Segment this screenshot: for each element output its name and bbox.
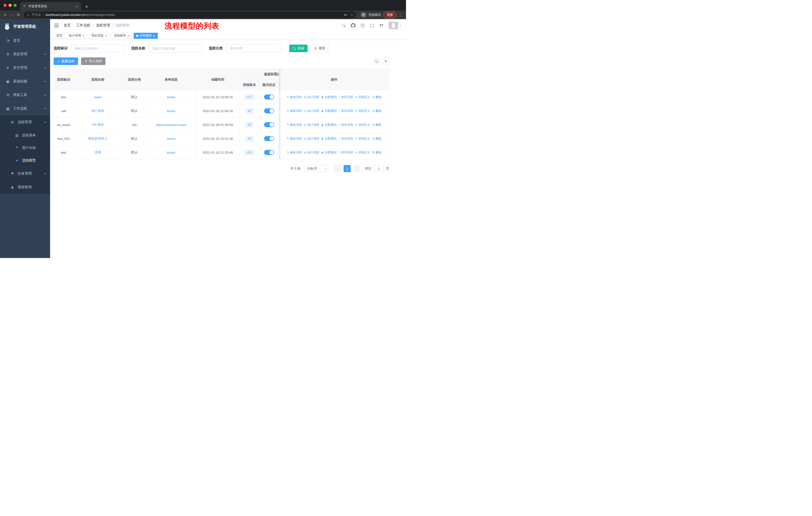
action-publish-link[interactable]: ☝发布流程 (339, 151, 353, 154)
minimize-window-button[interactable] (8, 4, 11, 7)
goto-page-input[interactable] (374, 165, 384, 172)
sidebar-item-infra[interactable]: ▣ 基础设施 ❯ (0, 75, 50, 88)
url-bar[interactable]: ⚠ 不安全 dashboard.yudao.iocoder.cn/bpm/man… (24, 11, 356, 18)
tag-tenant[interactable]: 租户管理× (66, 33, 87, 39)
action-definition-link[interactable]: ⚭流程定义 (355, 109, 370, 113)
sidebar-item-leave-query[interactable]: ♟ 请假查询 (0, 181, 50, 194)
new-tab-button[interactable]: + (83, 3, 90, 10)
back-button[interactable]: ← (2, 11, 8, 18)
action-edit-link[interactable]: ✎修改流程 (287, 95, 302, 99)
action-delete-link[interactable]: ☒删除 (372, 137, 382, 140)
sidebar-item-devtools[interactable]: ⚒ 研发工具 ❯ (0, 88, 50, 102)
breadcrumb-home[interactable]: 首页 (64, 23, 71, 28)
tag-home[interactable]: 首页 (54, 33, 65, 39)
sidebar-item-payment[interactable]: ¥ 支付管理 ❯ (0, 61, 50, 75)
action-edit-link[interactable]: ✎修改流程 (287, 151, 302, 154)
close-icon[interactable]: × (153, 34, 155, 37)
action-design-link[interactable]: ◎设计流程 (304, 95, 319, 99)
password-key-icon[interactable] (344, 13, 348, 17)
close-icon[interactable]: × (127, 34, 129, 37)
active-toggle[interactable] (264, 94, 274, 100)
sidebar-item-process-form[interactable]: ▤ 流程表单 (0, 129, 50, 142)
active-toggle[interactable] (264, 108, 274, 113)
sidebar-item-user-group[interactable]: ❞ 用户分组 (0, 142, 50, 154)
current-page-button[interactable]: 1 (344, 165, 351, 172)
sidebar-item-task-mgmt[interactable]: ⚑ 任务管理 ❯ (0, 167, 50, 181)
process-name-link[interactable]: eeee (94, 95, 102, 99)
tag-process-model[interactable]: 流程模型× (134, 33, 158, 39)
sidebar-item-process-model[interactable]: ➤ 流程模型 (0, 154, 50, 167)
process-name-link[interactable]: 滔博 (95, 151, 101, 154)
form-link[interactable]: /bpm/oa/leave/create (156, 123, 186, 127)
import-process-button[interactable]: ↥ 导入流程 (81, 57, 106, 65)
bookmark-star-icon[interactable]: ☆ (350, 13, 353, 17)
browser-tab[interactable]: 芋道管理系统 × (20, 2, 81, 10)
action-delete-link[interactable]: ☒删除 (372, 123, 382, 127)
action-edit-link[interactable]: ✎修改流程 (287, 109, 302, 113)
action-assign-link[interactable]: ♟分配规则 (321, 95, 337, 99)
category-select[interactable]: 流程分类 ▾ (226, 44, 284, 52)
forward-button[interactable]: → (8, 11, 15, 18)
action-publish-link[interactable]: ☝发布流程 (339, 95, 353, 99)
sidebar-collapse-button[interactable] (54, 24, 59, 27)
action-definition-link[interactable]: ⚭流程定义 (355, 123, 370, 127)
form-link[interactable]: biubiu (167, 137, 176, 141)
action-definition-link[interactable]: ⚭流程定义 (355, 95, 370, 99)
fullscreen-icon[interactable] (370, 23, 374, 28)
prev-page-button[interactable]: ‹ (334, 165, 341, 172)
maximize-window-button[interactable] (13, 4, 17, 7)
browser-menu-icon[interactable]: ⋮ (399, 12, 402, 17)
close-icon[interactable]: × (105, 34, 107, 37)
reload-button[interactable]: ↻ (15, 11, 22, 18)
toggle-search-button[interactable] (373, 58, 380, 65)
breadcrumb-workflow[interactable]: 工作流程 (76, 23, 90, 28)
action-publish-link[interactable]: ☝发布流程 (339, 137, 353, 140)
process-name-link[interactable]: OA 请假 (92, 123, 104, 127)
action-design-link[interactable]: ◎设计流程 (304, 123, 319, 127)
action-delete-link[interactable]: ☒删除 (372, 109, 382, 113)
process-id-input[interactable] (71, 44, 124, 52)
close-icon[interactable]: × (82, 34, 85, 37)
tab-close-icon[interactable]: × (76, 4, 79, 8)
action-assign-link[interactable]: ♟分配规则 (321, 151, 337, 154)
refresh-table-button[interactable]: ↻ (382, 58, 389, 65)
github-icon[interactable] (351, 23, 355, 28)
action-publish-link[interactable]: ☝发布流程 (339, 123, 353, 127)
active-toggle[interactable] (264, 150, 274, 155)
action-delete-link[interactable]: ☒删除 (372, 95, 382, 99)
search-icon[interactable] (342, 24, 346, 27)
sidebar-item-workflow[interactable]: ▦ 工作流程 ❯ (0, 102, 50, 115)
active-toggle[interactable] (264, 136, 274, 141)
action-edit-link[interactable]: ✎修改流程 (287, 137, 302, 140)
tag-my-process[interactable]: 我的流程× (89, 33, 110, 39)
breadcrumb-process-mgmt[interactable]: 流程管理 (96, 23, 110, 28)
tag-process-form[interactable]: 流程表单× (111, 33, 132, 39)
page-size-select[interactable]: 10条/页 ▾ (304, 165, 329, 172)
form-link[interactable]: biubiu (167, 109, 176, 113)
process-name-input[interactable] (149, 44, 202, 52)
action-design-link[interactable]: ◎设计流程 (304, 109, 319, 113)
action-assign-link[interactable]: ♟分配规则 (321, 137, 337, 140)
process-name-link[interactable]: 自己审批 (91, 109, 105, 113)
user-menu[interactable]: ▾ (388, 22, 401, 29)
action-design-link[interactable]: ◎设计流程 (304, 137, 319, 140)
sidebar-item-home[interactable]: ◔ 首页 (0, 34, 50, 47)
active-toggle[interactable] (264, 122, 274, 127)
form-link[interactable]: biubiu (167, 95, 176, 99)
help-icon[interactable]: ? (361, 23, 365, 27)
browser-update-button[interactable]: 更新 (383, 11, 397, 19)
action-edit-link[interactable]: ✎修改流程 (287, 123, 302, 127)
sidebar-item-process-mgmt[interactable]: ≣ 流程管理 ❯ (0, 115, 50, 129)
font-size-icon[interactable]: TT (380, 23, 383, 28)
sidebar-item-system[interactable]: ⚙ 系统管理 ❯ (0, 47, 50, 61)
action-definition-link[interactable]: ⚭流程定义 (355, 137, 370, 140)
security-label[interactable]: 不安全 (32, 13, 41, 17)
action-design-link[interactable]: ◎设计流程 (304, 151, 319, 154)
next-page-button[interactable]: › (353, 165, 360, 172)
action-assign-link[interactable]: ♟分配规则 (321, 123, 337, 127)
action-definition-link[interactable]: ⚭流程定义 (355, 151, 370, 154)
action-assign-link[interactable]: ♟分配规则 (321, 109, 337, 113)
action-delete-link[interactable]: ☒删除 (372, 151, 382, 154)
action-publish-link[interactable]: ☝发布流程 (339, 109, 353, 113)
create-process-button[interactable]: + 新建流程 (54, 57, 78, 65)
